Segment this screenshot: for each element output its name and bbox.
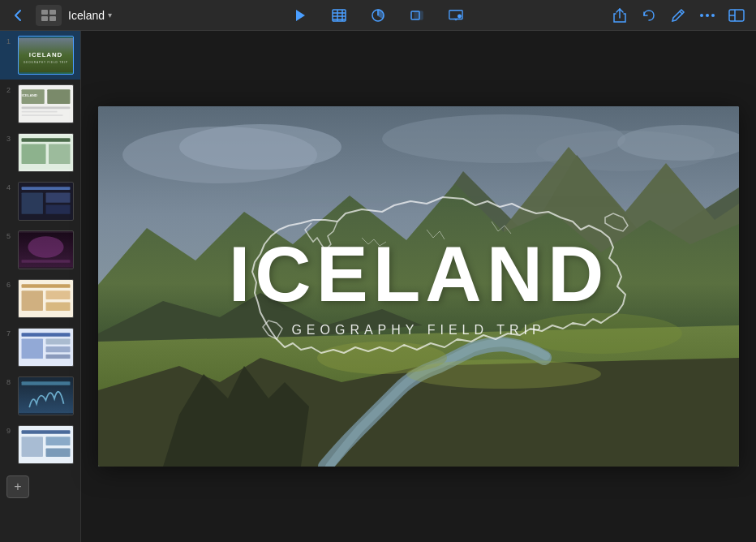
svg-text:ICELAND: ICELAND [22,93,38,97]
slide-preview: ICELAND [18,84,74,123]
slide-panel: 1 ICELAND GEOGRAPHY FIELD TRIP [0,31,81,542]
slide-thumbnail-7[interactable]: 7 [0,323,80,372]
slide-preview [18,182,74,221]
svg-rect-42 [22,187,71,190]
svg-rect-33 [22,107,71,110]
slide-thumbnail-1[interactable]: 1 ICELAND GEOGRAPHY FIELD TRIP [0,31,80,80]
svg-rect-43 [22,192,43,213]
slide-number: 6 [6,279,15,289]
svg-line-20 [680,11,682,14]
svg-point-18 [458,15,462,18]
svg-rect-45 [46,204,71,213]
main-slide[interactable]: ICELAND GEOGRAPHY FIELD TRIP [98,106,739,467]
slide-number: 3 [6,133,15,143]
svg-rect-58 [46,346,71,352]
chart-button[interactable] [365,4,391,27]
document-title: Iceland [68,9,105,22]
slide-number: 2 [6,84,15,94]
more-button[interactable] [694,4,720,27]
svg-rect-55 [22,333,71,336]
svg-rect-14 [415,11,423,19]
play-button[interactable] [287,4,313,27]
add-slide-button[interactable]: + [6,475,29,498]
svg-rect-66 [46,448,71,457]
toolbar-center [287,4,469,27]
slide-number: 4 [6,182,15,191]
collaboration-button[interactable] [724,4,750,27]
slide-number: 9 [6,425,15,435]
svg-rect-57 [46,338,71,344]
present-button[interactable] [443,4,469,27]
slide-thumbnail-8[interactable]: 8 [0,372,80,420]
slide-thumbnail-2[interactable]: 2 ICELAND [0,80,80,128]
svg-rect-1 [49,10,56,15]
svg-rect-59 [46,355,71,359]
slide-preview [18,133,74,172]
svg-text:ICELAND: ICELAND [29,51,62,58]
slide-preview: ICELAND GEOGRAPHY FIELD TRIP [18,36,74,75]
slide-preview [18,425,74,464]
chevron-down-icon: ▾ [108,11,112,19]
svg-marker-4 [296,10,305,21]
add-slide-area: + [0,469,80,505]
undo-button[interactable] [636,4,662,27]
svg-rect-0 [41,10,48,15]
slides-panel-button[interactable] [36,5,62,26]
slide-number: 1 [6,36,15,45]
slide-preview [18,279,74,318]
slide-thumbnail-3[interactable]: 3 [0,128,80,177]
svg-rect-35 [22,114,63,116]
slide-subtitle: GEOGRAPHY FIELD TRIP [291,323,545,338]
slide-title: ICELAND [229,235,609,313]
svg-point-47 [28,236,63,257]
slide-preview [18,376,74,415]
svg-rect-3 [49,16,56,21]
slide-thumbnail-6[interactable]: 6 [0,274,80,323]
svg-rect-51 [22,290,43,311]
svg-rect-56 [22,338,43,359]
table-button[interactable] [326,4,352,27]
svg-rect-44 [46,192,71,202]
document-title-area[interactable]: Iceland ▾ [68,9,112,22]
svg-point-22 [706,14,709,17]
svg-rect-2 [41,16,48,21]
svg-rect-64 [22,437,43,457]
slide-preview [18,328,74,367]
svg-rect-40 [49,144,70,164]
svg-rect-63 [22,430,71,433]
slide-thumbnail-9[interactable]: 9 [0,420,80,469]
back-button[interactable] [6,4,29,27]
share-button[interactable] [607,4,633,27]
svg-rect-61 [22,381,71,385]
animate-button[interactable] [404,4,430,27]
slide-thumbnail-4[interactable]: 4 [0,177,80,226]
svg-rect-39 [22,144,46,164]
svg-rect-38 [22,138,71,141]
toolbar-right [469,4,750,27]
toolbar: Iceland ▾ [0,0,756,31]
svg-rect-53 [46,302,71,311]
canvas-area: ICELAND GEOGRAPHY FIELD TRIP [81,31,756,542]
main-content: 1 ICELAND GEOGRAPHY FIELD TRIP [0,31,756,542]
svg-text:GEOGRAPHY FIELD TRIP: GEOGRAPHY FIELD TRIP [24,61,68,64]
svg-rect-34 [22,111,58,113]
slide-preview [18,230,74,269]
svg-rect-48 [22,260,71,263]
slide-number: 5 [6,230,15,240]
slide-number: 8 [6,376,15,386]
svg-point-23 [711,14,715,17]
svg-rect-50 [22,284,71,287]
markup-button[interactable] [665,4,691,27]
svg-rect-32 [47,89,70,104]
slide-thumbnail-5[interactable]: 5 [0,226,80,274]
svg-rect-52 [46,290,71,299]
svg-point-21 [700,14,703,17]
slide-text-overlay: ICELAND GEOGRAPHY FIELD TRIP [98,106,739,467]
toolbar-left: Iceland ▾ [6,4,287,27]
slide-number: 7 [6,328,15,338]
svg-rect-65 [46,437,71,445]
